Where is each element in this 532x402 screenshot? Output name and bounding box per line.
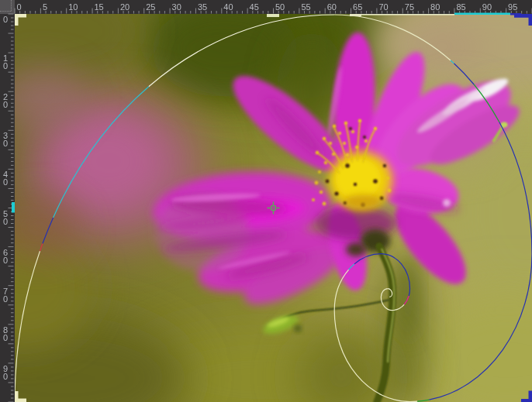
svg-text:0: 0 xyxy=(3,372,8,381)
svg-text:80: 80 xyxy=(430,2,440,12)
svg-text:0: 0 xyxy=(3,294,8,304)
svg-text:0: 0 xyxy=(3,333,8,342)
svg-text:70: 70 xyxy=(378,2,388,12)
svg-text:30: 30 xyxy=(172,2,181,12)
svg-text:85: 85 xyxy=(457,2,466,12)
svg-text:0: 0 xyxy=(17,2,22,12)
svg-text:0: 0 xyxy=(3,217,8,226)
svg-text:15: 15 xyxy=(95,2,104,12)
svg-text:0: 0 xyxy=(3,15,8,24)
svg-text:45: 45 xyxy=(250,2,259,12)
svg-text:20: 20 xyxy=(120,2,130,12)
svg-text:0: 0 xyxy=(3,139,8,148)
svg-text:0: 0 xyxy=(3,256,8,265)
svg-text:0: 0 xyxy=(3,61,8,70)
svg-text:65: 65 xyxy=(353,2,362,12)
svg-text:40: 40 xyxy=(223,2,233,12)
svg-text:5: 5 xyxy=(43,2,47,12)
svg-text:95: 95 xyxy=(508,2,517,12)
svg-text:50: 50 xyxy=(275,2,285,12)
svg-text:35: 35 xyxy=(198,2,207,12)
svg-text:25: 25 xyxy=(146,2,155,12)
svg-text:0: 0 xyxy=(3,100,8,109)
svg-text:55: 55 xyxy=(301,2,310,12)
svg-text:90: 90 xyxy=(482,2,492,12)
svg-text:75: 75 xyxy=(405,2,414,12)
svg-text:10: 10 xyxy=(68,2,78,12)
svg-text:0: 0 xyxy=(3,177,8,187)
svg-text:60: 60 xyxy=(327,2,337,12)
